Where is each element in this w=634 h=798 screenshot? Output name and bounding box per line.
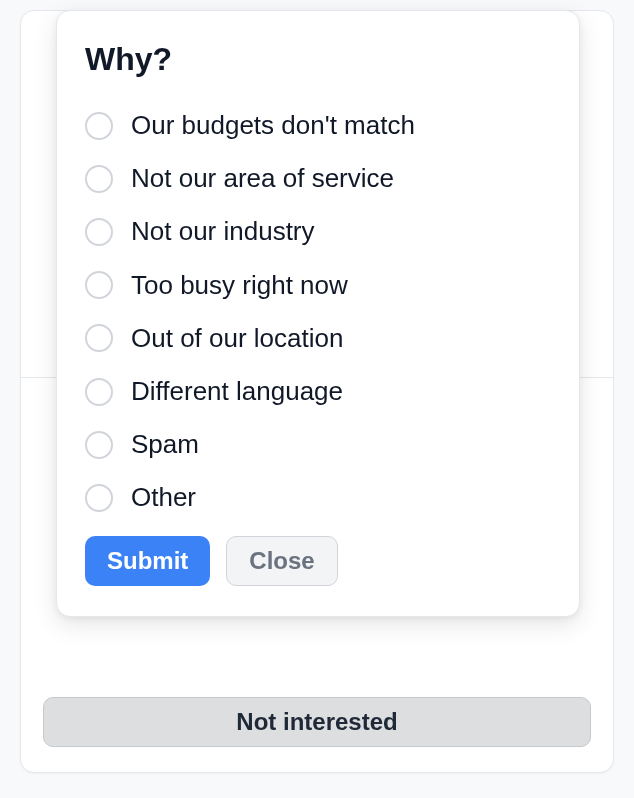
option-label: Too busy right now: [131, 270, 348, 301]
option-industry[interactable]: Not our industry: [85, 216, 551, 247]
option-spam[interactable]: Spam: [85, 429, 551, 460]
option-label: Not our area of service: [131, 163, 394, 194]
close-button[interactable]: Close: [226, 536, 337, 586]
radio-icon: [85, 324, 113, 352]
radio-icon: [85, 112, 113, 140]
submit-button[interactable]: Submit: [85, 536, 210, 586]
radio-icon: [85, 218, 113, 246]
radio-icon: [85, 378, 113, 406]
option-language[interactable]: Different language: [85, 376, 551, 407]
submit-label: Submit: [107, 547, 188, 575]
option-label: Spam: [131, 429, 199, 460]
not-interested-button[interactable]: Not interested: [43, 697, 591, 747]
option-label: Not our industry: [131, 216, 315, 247]
option-label: Our budgets don't match: [131, 110, 415, 141]
option-label: Other: [131, 482, 196, 513]
radio-icon: [85, 165, 113, 193]
option-budgets[interactable]: Our budgets don't match: [85, 110, 551, 141]
option-area-of-service[interactable]: Not our area of service: [85, 163, 551, 194]
radio-icon: [85, 271, 113, 299]
option-other[interactable]: Other: [85, 482, 551, 513]
option-too-busy[interactable]: Too busy right now: [85, 270, 551, 301]
close-label: Close: [249, 547, 314, 575]
radio-icon: [85, 431, 113, 459]
popover-button-row: Submit Close: [85, 536, 551, 586]
option-label: Different language: [131, 376, 343, 407]
option-label: Out of our location: [131, 323, 343, 354]
option-location[interactable]: Out of our location: [85, 323, 551, 354]
reason-popover: Why? Our budgets don't match Not our are…: [56, 10, 580, 617]
popover-title: Why?: [85, 41, 551, 78]
radio-icon: [85, 484, 113, 512]
not-interested-label: Not interested: [236, 708, 397, 736]
